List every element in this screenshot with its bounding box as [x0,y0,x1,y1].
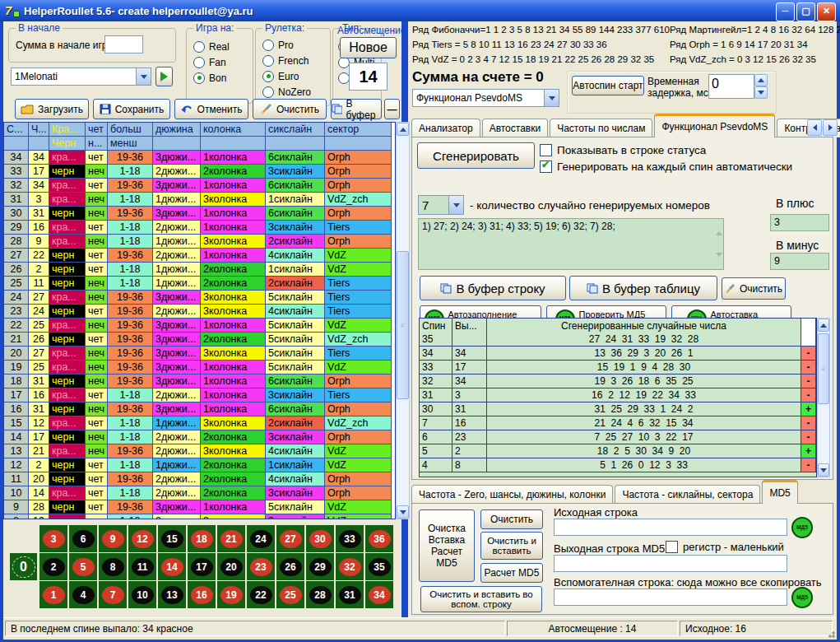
table-cell[interactable]: 33 [4,165,29,179]
column-header[interactable] [4,137,29,151]
radio-circle[interactable] [262,71,274,82]
spin-cell[interactable]: 31 [420,388,452,402]
table-cell[interactable]: 13 [4,444,29,458]
table-cell[interactable]: черн [49,277,86,291]
out-cell[interactable]: 3 [452,388,487,402]
table-cell[interactable]: 1колонка [201,402,266,416]
numbers-cell[interactable]: 21 24 4 6 32 15 34 [487,416,801,430]
spin-cell[interactable]: 34 [420,347,452,361]
table-cell[interactable]: VdZ [325,500,392,514]
board-cell-0[interactable]: 0 [10,553,37,580]
table-cell[interactable]: чет [86,263,108,277]
table-cell[interactable]: Orph [325,472,392,486]
column-header[interactable]: н... [86,137,108,151]
table-cell[interactable]: 5сиклайн [266,291,325,305]
board-cell-29[interactable]: 29 [306,553,334,580]
save-button[interactable]: Сохранить [93,99,170,119]
table-cell[interactable]: Tiers [325,388,392,402]
table-cell[interactable]: 1дюжи... [153,458,201,472]
buffer-button[interactable]: В буфер [331,99,382,119]
spin-cell[interactable]: 5 [420,444,452,458]
table-cell[interactable]: 1-18 [108,486,153,500]
table-cell[interactable]: 19-36 [108,374,153,388]
spin-cell[interactable]: 33 [420,361,452,374]
table-cell[interactable]: 12 [29,416,49,430]
plus-value-field[interactable]: 3 [770,214,829,231]
table-cell[interactable]: 17 [29,165,49,179]
table-cell[interactable]: 20 [4,347,29,361]
column-header[interactable]: чет [86,123,108,137]
table-cell[interactable]: 27 [29,291,49,305]
table-cell[interactable]: 1-18 [108,430,153,444]
table-cell[interactable]: 3колонка [201,416,266,430]
md5-clear-paste-aux-button[interactable]: Очистить и вставить во вспом. строку [420,586,542,612]
table-cell[interactable]: 3колонка [201,305,266,319]
scrollbar-thumb[interactable]: ≡ [818,333,829,404]
table-cell[interactable]: 1-18 [108,193,153,207]
table-cell[interactable]: 3сиклайн [266,486,325,500]
table-cell[interactable]: 17 [4,388,29,402]
board-cell-23[interactable]: 23 [247,553,275,580]
column-header[interactable]: дюжина [153,123,201,137]
table-cell[interactable]: 32 [4,179,29,193]
maximize-button[interactable]: ▢ [796,2,815,21]
board-cell-36[interactable]: 36 [365,525,393,552]
spin-table-scrollbar[interactable]: ≡ [817,318,830,477]
table-cell[interactable]: черн [49,374,86,388]
table-cell[interactable]: 1-18 [108,235,153,249]
table-cell[interactable]: 18 [4,374,29,388]
table-cell[interactable]: 2дюжи... [153,486,201,500]
table-cell[interactable]: черн [49,333,86,347]
radio-option-Real[interactable]: Real [193,39,230,54]
table-cell[interactable]: 26 [4,263,29,277]
table-cell[interactable]: 16 [29,388,49,402]
board-cell-30[interactable]: 30 [306,525,334,552]
table-cell[interactable]: 3сиклайн [266,514,325,519]
buffer-table-button[interactable]: В буфер таблицу [569,276,717,300]
table-cell[interactable]: 3сиклайн [266,430,325,444]
table-cell[interactable]: 27 [29,347,49,361]
table-cell[interactable]: VdZ [325,361,392,374]
delay-input[interactable]: 0 [708,74,754,99]
table-cell[interactable]: чет [86,249,108,263]
out-cell[interactable]: 17 [452,361,487,374]
out-cell[interactable] [452,333,487,347]
table-cell[interactable]: черн [49,249,86,263]
radio-option-Euro[interactable]: Euro [262,68,311,84]
table-cell[interactable]: 3колонка [201,444,266,458]
table-cell[interactable]: неч [86,374,108,388]
table-cell[interactable]: 1-18 [108,458,153,472]
table-cell[interactable]: 25 [29,361,49,374]
table-cell[interactable]: 1сиклайн [266,193,325,207]
scroll-down-icon[interactable] [397,505,409,519]
table-cell[interactable]: Tiers [325,221,392,235]
table-cell[interactable]: 1колонка [201,179,266,193]
table-cell[interactable]: 19-36 [108,249,153,263]
board-cell-28[interactable]: 28 [306,581,334,608]
function-combobox[interactable]: Функционал PsevdoMS [412,89,559,107]
scroll-up-icon[interactable] [818,319,829,332]
column-header[interactable]: менш [108,137,153,151]
table-cell[interactable]: 28 [29,500,49,514]
board-cell-22[interactable]: 22 [247,581,275,608]
table-cell[interactable]: 1колонка [201,374,266,388]
table-cell[interactable]: 6сиклайн [266,207,325,221]
table-cell[interactable]: 2колонка [201,472,266,486]
table-cell[interactable]: неч [86,347,108,361]
radio-option-Pro[interactable]: Pro [262,37,311,53]
table-cell[interactable]: 3колонка [201,235,266,249]
table-cell[interactable]: 19-36 [108,207,153,221]
numbers-cell[interactable]: 19 3 26 18 6 35 25 [487,374,801,388]
table-cell[interactable]: 14 [4,430,29,444]
radio-circle[interactable] [262,86,274,98]
table-cell[interactable]: кра... [49,416,86,430]
table-cell[interactable]: 11 [4,472,29,486]
column-header[interactable]: колонка [201,123,266,137]
table-cell[interactable]: 10 [4,486,29,500]
table-cell[interactable]: 1колонка [201,319,266,333]
md5-calc-button[interactable]: Расчет MD5 [480,563,543,583]
table-cell[interactable]: 9 [29,235,49,249]
new-button[interactable]: Новое [340,37,397,58]
count-combobox[interactable]: 7 [418,195,464,215]
table-cell[interactable]: неч [86,277,108,291]
